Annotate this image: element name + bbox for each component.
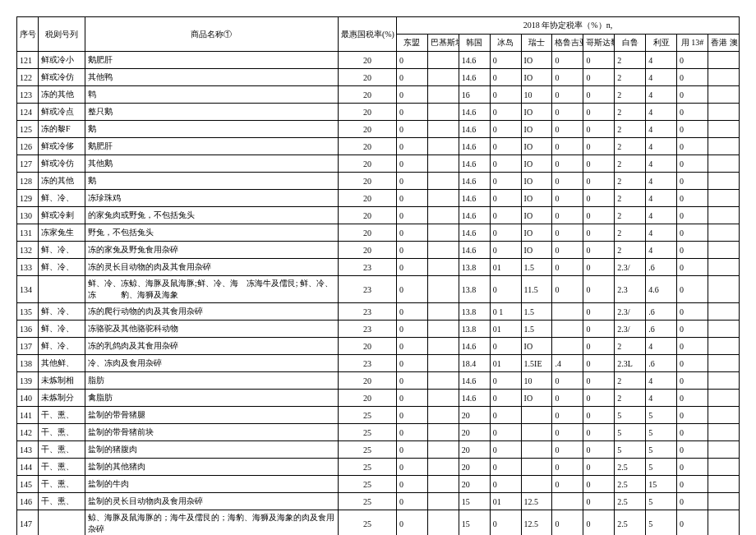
cell-code: 鲜或冷仿	[39, 69, 85, 86]
cell-seq: 122	[17, 69, 39, 86]
cell-rate: IO	[521, 190, 552, 207]
cell-rate: 0	[396, 224, 427, 242]
cell-rate: 4.6	[646, 276, 677, 303]
cell-rate: 0	[396, 493, 427, 510]
table-row: 133鲜、冷、冻的灵长目动物的肉及其食用杂碎23013.8011.5002.3/…	[17, 259, 740, 276]
cell-rate	[708, 407, 740, 424]
col-r7: 白鲁	[615, 35, 646, 52]
cell-rate: 0	[490, 510, 521, 536]
cell-rate: 0	[677, 476, 708, 493]
cell-rate: 4	[646, 372, 677, 390]
cell-rate: 0	[396, 510, 427, 536]
cell-rate	[708, 52, 740, 69]
cell-rate: 2	[615, 86, 646, 104]
cell-code: 鲜、冷、	[39, 190, 85, 207]
cell-rate: 2	[615, 173, 646, 190]
cell-rate	[708, 104, 740, 121]
cell-rate: 0	[677, 224, 708, 242]
cell-mfn: 20	[338, 86, 396, 104]
cell-rate: 0	[552, 441, 583, 459]
cell-rate: 0	[583, 441, 615, 459]
cell-rate	[427, 138, 459, 155]
cell-rate: 2.3/	[615, 303, 646, 321]
cell-mfn: 20	[338, 138, 396, 155]
cell-rate: 0	[490, 173, 521, 190]
cell-rate: 0	[583, 407, 615, 424]
cell-rate: 1.5IE	[521, 355, 552, 372]
cell-code: 冻家兔生	[39, 224, 85, 242]
cell-mfn: 25	[338, 407, 396, 424]
cell-rate: 5	[615, 441, 646, 459]
cell-rate	[427, 242, 459, 259]
cell-rate: 0	[396, 441, 427, 459]
cell-seq: 139	[17, 372, 39, 390]
cell-rate: 0	[583, 104, 615, 121]
cell-rate: 4	[646, 390, 677, 407]
cell-rate: 0	[677, 372, 708, 390]
cell-rate	[708, 476, 740, 493]
cell-mfn: 20	[338, 207, 396, 224]
cell-mfn: 20	[338, 390, 396, 407]
table-row: 138其他鲜、冷、冻肉及食用杂碎23018.4011.5IE.402.3L.60	[17, 355, 740, 372]
cell-rate: 0	[583, 155, 615, 173]
cell-rate: IO	[521, 138, 552, 155]
cell-rate: 0	[677, 104, 708, 121]
table-row: 127鲜或冷仿其他鹅20014.60IO00240	[17, 155, 740, 173]
cell-rate: 0	[583, 493, 615, 510]
cell-rate: 0	[583, 259, 615, 276]
cell-seq: 129	[17, 190, 39, 207]
cell-rate	[708, 190, 740, 207]
cell-rate	[427, 441, 459, 459]
cell-rate	[427, 69, 459, 86]
cell-rate	[708, 121, 740, 138]
cell-rate: 1.5	[521, 303, 552, 321]
cell-code: 鲜、冷、	[39, 259, 85, 276]
cell-name: 冻的灵长目动物的肉及其食用杂碎	[85, 259, 338, 276]
cell-rate: 0	[583, 424, 615, 441]
cell-rate: 2	[615, 390, 646, 407]
cell-rate: 13.8	[459, 303, 490, 321]
cell-rate: 14.6	[459, 390, 490, 407]
table-row: 126鲜或冷侈鹅肥肝20014.60IO00240	[17, 138, 740, 155]
cell-rate: 0	[490, 207, 521, 224]
cell-rate: 0	[490, 372, 521, 390]
cell-rate: 0	[583, 121, 615, 138]
cell-rate: 0	[396, 276, 427, 303]
cell-rate: 2	[615, 52, 646, 69]
table-row: 143干、熏、盐制的猪腹肉25020000550	[17, 441, 740, 459]
cell-rate	[708, 86, 740, 104]
cell-rate: 0	[583, 459, 615, 476]
cell-seq: 140	[17, 390, 39, 407]
cell-rate: 4	[646, 338, 677, 355]
cell-mfn: 20	[338, 242, 396, 259]
cell-rate	[427, 493, 459, 510]
cell-rate: 13.8	[459, 276, 490, 303]
cell-rate: 0	[677, 407, 708, 424]
cell-seq: 134	[17, 276, 39, 303]
cell-rate	[427, 86, 459, 104]
cell-rate: 14.6	[459, 242, 490, 259]
table-row: 130鲜或冷剌的家兔肉或野兔，不包括兔头20014.60IO00240	[17, 207, 740, 224]
cell-rate: 0	[552, 259, 583, 276]
cell-rate: 5	[646, 441, 677, 459]
table-row: 141干、熏、盐制的带骨猪腿25020000550	[17, 407, 740, 424]
cell-rate: 15	[459, 493, 490, 510]
cell-rate	[427, 338, 459, 355]
cell-rate	[427, 190, 459, 207]
cell-seq: 138	[17, 355, 39, 372]
cell-name: 整只鹅	[85, 104, 338, 121]
cell-rate: 0	[396, 104, 427, 121]
cell-rate: 0	[552, 86, 583, 104]
cell-mfn: 20	[338, 372, 396, 390]
cell-rate: 01	[490, 259, 521, 276]
cell-rate: 0	[552, 242, 583, 259]
cell-rate	[521, 459, 552, 476]
cell-mfn: 20	[338, 173, 396, 190]
cell-rate: 0	[677, 52, 708, 69]
cell-rate: 0	[583, 321, 615, 338]
cell-rate: 2.5	[615, 510, 646, 536]
cell-rate: 2	[615, 338, 646, 355]
cell-rate: 0	[396, 207, 427, 224]
cell-rate	[708, 224, 740, 242]
cell-rate: 2	[615, 224, 646, 242]
